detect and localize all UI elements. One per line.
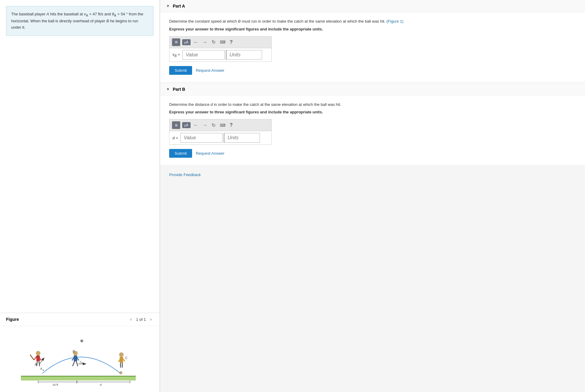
label-theta-sub: A	[43, 369, 44, 371]
mu-icon-a: μÅ	[184, 40, 188, 44]
figure-section: Figure ‹ 1 of 1 ›	[0, 313, 160, 392]
help-btn-b[interactable]: ?	[229, 122, 234, 128]
request-answer-link-b[interactable]: Request Answer	[196, 151, 224, 156]
keyboard-btn-b[interactable]: ⌨	[219, 122, 227, 128]
player-b-var: B	[106, 19, 109, 23]
mu-btn-a[interactable]: μÅ	[182, 39, 191, 45]
right-panel: ▼ Part A Determine the constant speed at…	[160, 0, 585, 392]
part-b-fields: d =	[169, 131, 271, 144]
part-a-actions: Submit Request Answer	[169, 66, 576, 75]
part-a-answer-box: ⊞ μÅ ← → ↻ ⌨ ? vB =	[169, 36, 272, 62]
matrix-btn-b[interactable]: ⊞	[172, 121, 180, 129]
collapse-a-icon: ▼	[166, 4, 170, 8]
part-b-content: Determine the distance d in order to mak…	[160, 96, 585, 165]
part-b-actions: Submit Request Answer	[169, 149, 576, 158]
problem-text: The baseball player A hits the baseball …	[11, 12, 143, 30]
feedback-section: Provide Feedback	[160, 166, 585, 183]
svg-point-23	[119, 371, 122, 374]
part-a-description: Determine the constant speed at which B …	[169, 18, 576, 24]
label-c: C	[125, 356, 128, 360]
player-c-figure	[119, 352, 125, 368]
figure-nav: ‹ 1 of 1 ›	[128, 316, 153, 323]
part-a-toolbar: ⊞ μÅ ← → ↻ ⌨ ?	[169, 36, 271, 48]
feedback-link[interactable]: Provide Feedback	[169, 172, 201, 177]
part-a-label: Part A	[173, 4, 185, 8]
var-b-a: B	[238, 19, 241, 24]
part-b-label: Part B	[173, 87, 185, 92]
figure-header: Figure ‹ 1 of 1 ›	[0, 313, 160, 326]
svg-point-2	[80, 340, 83, 343]
request-answer-link-a[interactable]: Request Answer	[196, 68, 224, 73]
submit-btn-a[interactable]: Submit	[169, 66, 192, 75]
redo-btn-b[interactable]: →	[201, 122, 209, 128]
part-a-instruction: Express your answer to three significant…	[169, 27, 576, 31]
part-a-header[interactable]: ▼ Part A	[160, 0, 585, 12]
submit-btn-b[interactable]: Submit	[169, 149, 192, 158]
undo-btn-a[interactable]: ←	[192, 39, 200, 46]
part-a-content: Determine the constant speed at which B …	[160, 12, 585, 82]
part-b-answer-box: ⊞ μÅ ← → ↻ ⌨ ? d =	[169, 119, 272, 145]
left-panel: The baseball player A hits the baseball …	[0, 0, 160, 392]
figure-1-link-a[interactable]: (Figure 1)	[386, 19, 403, 24]
figure-next-button[interactable]: ›	[148, 316, 153, 323]
mu-btn-b[interactable]: μÅ	[182, 122, 191, 128]
theta-sub: A	[114, 14, 116, 17]
label-b: B	[73, 350, 75, 353]
mu-icon-b: μÅ	[184, 123, 188, 127]
help-btn-a[interactable]: ?	[229, 39, 234, 46]
label-vb-sub: B	[81, 362, 83, 365]
dim-d: d	[100, 383, 102, 386]
redo-btn-a[interactable]: →	[201, 39, 209, 46]
matrix-icon-a: ⊞	[175, 40, 178, 44]
svg-line-9	[30, 355, 34, 360]
figure-prev-button[interactable]: ‹	[128, 316, 134, 323]
svg-rect-11	[74, 356, 77, 361]
part-b-toolbar: ⊞ μÅ ← → ↻ ⌨ ?	[169, 119, 271, 131]
dim-15ft: 15 ft	[52, 383, 58, 386]
part-a-fields: vB =	[169, 48, 271, 62]
part-a-section: ▼ Part A Determine the constant speed at…	[160, 0, 585, 82]
units-input-a[interactable]	[226, 50, 262, 60]
refresh-btn-b[interactable]: ↻	[210, 122, 217, 129]
figure-title: Figure	[6, 317, 19, 322]
svg-point-17	[119, 352, 124, 357]
field-label-vb: vB =	[172, 52, 180, 58]
problem-statement: The baseball player A hits the baseball …	[6, 6, 153, 36]
figure-image-area: A B	[0, 326, 160, 392]
keyboard-btn-a[interactable]: ⌨	[219, 39, 227, 45]
matrix-icon-b: ⊞	[175, 123, 178, 127]
matrix-btn-a[interactable]: ⊞	[172, 38, 180, 46]
svg-line-15	[76, 361, 78, 366]
part-b-section: ▼ Part B Determine the distance d in ord…	[160, 83, 585, 165]
undo-btn-b[interactable]: ←	[192, 122, 200, 128]
va-sub: A	[86, 14, 88, 17]
player-a-var: A	[46, 12, 49, 16]
player-b-figure	[72, 351, 79, 366]
label-theta: θ	[40, 367, 42, 370]
part-b-instruction: Express your answer to three significant…	[169, 110, 576, 114]
figure-svg: A B	[0, 326, 160, 392]
label-a: A	[34, 363, 37, 366]
collapse-b-icon: ▼	[166, 87, 170, 91]
figure-counter: 1 of 1	[136, 317, 146, 322]
value-input-a[interactable]	[182, 50, 225, 60]
units-input-b[interactable]	[224, 133, 260, 143]
refresh-btn-a[interactable]: ↻	[210, 39, 217, 46]
svg-line-14	[73, 361, 75, 366]
svg-rect-1	[21, 376, 136, 381]
field-label-d: d =	[172, 136, 178, 140]
part-b-header[interactable]: ▼ Part B	[160, 83, 585, 96]
part-b-description: Determine the distance d in order to mak…	[169, 102, 576, 108]
var-d-b: d	[210, 102, 213, 107]
value-input-b[interactable]	[180, 133, 223, 143]
